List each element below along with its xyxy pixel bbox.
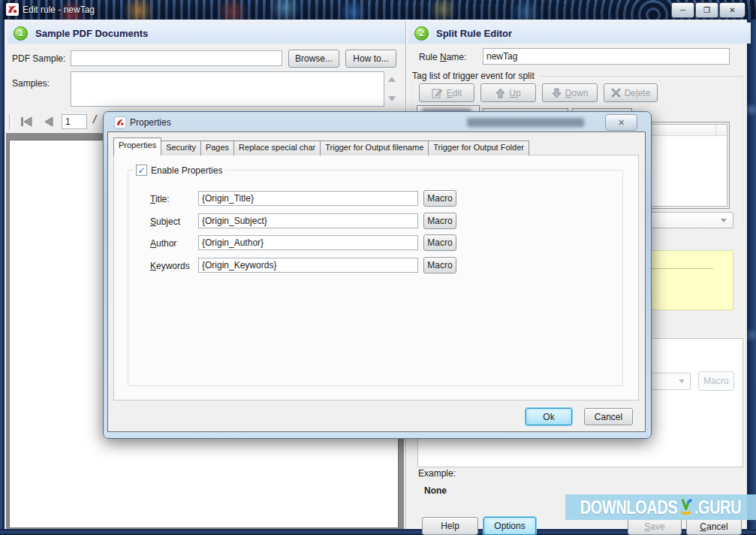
dialog-close-button[interactable]: ✕ [605,114,637,131]
dialog-title: Properties [130,117,171,128]
samples-scroll-up-icon[interactable] [388,77,396,82]
ok-button[interactable]: Ok [526,408,572,425]
toolbar-separator [9,114,12,129]
dialog-app-icon [115,117,125,128]
first-page-icon [20,116,33,128]
move-up-button[interactable]: Up [480,83,536,102]
up-arrow-icon [495,88,505,98]
example-label: Example: [418,468,456,479]
minimize-icon: ─ [680,6,685,14]
subject-macro-button[interactable]: Macro [423,213,456,229]
save-button[interactable]: Save [628,518,682,535]
first-page-button[interactable] [17,113,36,131]
title-input[interactable] [198,191,418,206]
move-down-button[interactable]: Down [542,83,598,102]
rule-name-label: Rule Name: [419,52,466,62]
dialog-titlebar-blur [467,118,584,127]
enable-properties-row: ✓ Enable Properties [133,165,225,176]
tab-security[interactable]: Security [161,141,201,156]
step-2-icon: 2 [414,26,429,41]
tab-trigger-output-folder[interactable]: Trigger for Output Folder [428,141,529,156]
dialog-close-icon: ✕ [618,118,625,128]
title-label: Title: [150,194,195,204]
maximize-icon: ❐ [703,6,710,14]
sample-pdf-header: 1 Sample PDF Documents [8,23,407,44]
subject-label: Subject [150,216,195,227]
edit-tag-button[interactable]: Edit [419,83,474,102]
author-label: Author [150,238,195,249]
window-title: Edit rule - newTag [23,5,95,15]
sample-pdf-title: Sample PDF Documents [35,28,148,39]
split-rule-title: Split Rule Editor [436,28,512,39]
window-border-right [747,20,756,535]
page-number-input[interactable] [62,114,87,129]
previous-page-button[interactable] [41,113,57,131]
step-1-icon: 1 [14,26,28,41]
downloads-guru-watermark: DOWNLOADS .GURU [565,494,756,520]
delete-tag-button[interactable]: Delete [604,83,658,102]
tab-trigger-output-filename[interactable]: Trigger for Output filename [320,141,429,156]
edit-icon [432,88,443,98]
download-arrow-icon [678,497,694,517]
watermark-text-left: DOWNLOADS [580,497,678,518]
cancel-button[interactable]: Cancel [686,518,742,535]
combobox-arrow-icon [679,379,685,383]
samples-scroll-down-icon[interactable] [388,96,396,101]
enable-properties-checkbox[interactable]: ✓ [136,165,147,176]
samples-label: Samples: [12,78,50,89]
dialog-tab-bar: Properties Security Pages Replace specia… [113,140,529,156]
check-icon: ✓ [137,167,145,174]
minimize-button[interactable]: ─ [671,2,694,18]
tab-pages[interactable]: Pages [200,141,234,156]
tag-list-column-divider [715,125,716,135]
app-icon [6,3,19,16]
dialog-cancel-button[interactable]: Cancel [584,408,633,425]
output-macro-button[interactable]: Macro [698,371,734,391]
watermark-text-right: .GURU [694,497,741,518]
keywords-macro-button[interactable]: Macro [423,257,456,274]
keywords-label: Keywords [150,261,195,271]
delete-x-icon [611,88,621,98]
rule-name-input[interactable] [483,48,730,65]
options-button[interactable]: Options [483,517,536,535]
window-border-left [0,20,5,535]
tab-replace-special-char[interactable]: Replace special char [233,141,321,156]
pdf-sample-input[interactable] [71,50,282,66]
help-button[interactable]: Help [422,517,478,535]
pdf-sample-label: PDF Sample: [12,53,65,64]
tag-list-group-label: Tag list of trigger event for split [412,71,538,81]
browse-button[interactable]: Browse... [288,50,339,68]
window-titlebar[interactable]: Edit rule - newTag ─ ❐ ✕ [0,0,756,20]
previous-page-icon [44,116,54,128]
maximize-button[interactable]: ❐ [695,2,718,18]
close-button[interactable]: ✕ [719,2,745,18]
combobox-arrow-icon [721,219,727,222]
keywords-input[interactable] [198,258,418,273]
tab-properties[interactable]: Properties [113,138,161,156]
how-to-button[interactable]: How to... [345,50,396,68]
subject-input[interactable] [198,213,418,228]
page-separator: / [93,113,96,125]
author-macro-button[interactable]: Macro [423,234,456,251]
author-input[interactable] [198,235,418,250]
title-macro-button[interactable]: Macro [423,190,456,207]
samples-listbox[interactable] [71,71,384,107]
split-rule-header: 2 Split Rule Editor [408,23,751,44]
down-arrow-icon [552,88,562,98]
example-value: None [424,485,447,496]
close-icon: ✕ [729,6,735,14]
enable-properties-label: Enable Properties [151,165,222,176]
